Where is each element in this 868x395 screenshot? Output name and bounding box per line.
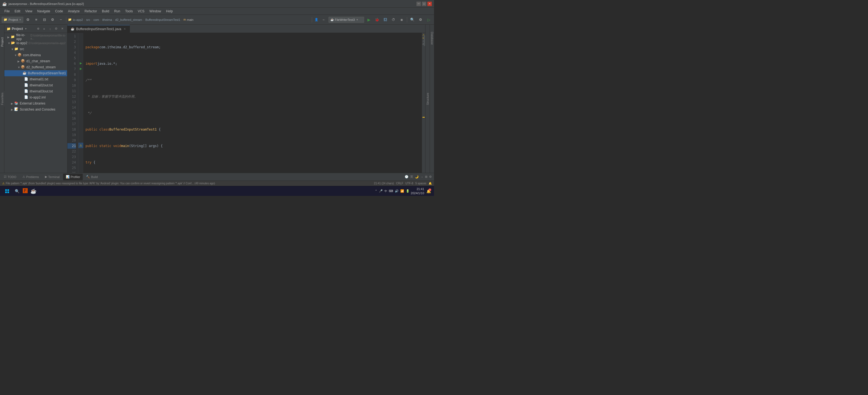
vert-tab-project[interactable]: Project — [0, 36, 4, 48]
favorites-vert-tab[interactable]: Favorites — [0, 91, 4, 107]
tree-scratches[interactable]: ▶ 📝 Scratches and Consoles — [4, 107, 67, 112]
sidebar-collapse-all-btn[interactable]: ≡ — [41, 26, 47, 32]
menu-file[interactable]: File — [2, 9, 12, 14]
menu-vcs[interactable]: VCS — [135, 9, 147, 14]
breadcrumb-d2[interactable]: d2_buffered_stream — [115, 18, 142, 21]
breadcrumb-com[interactable]: com — [93, 18, 99, 21]
bottom-tab-todo[interactable]: ☑ TODO — [1, 174, 19, 180]
editor-scrollbar[interactable]: ⚠ 1 ✓ 2 — [422, 33, 425, 173]
toolbar-minus-btn[interactable]: − — [57, 16, 64, 23]
package-icon: 📦 — [18, 53, 22, 57]
breadcrumb-itheima[interactable]: itheima — [102, 18, 112, 21]
windows-start-btn[interactable] — [2, 186, 12, 196]
scratches-icon: 📝 — [14, 107, 19, 112]
sidebar-title: 📁 Project ▼ — [7, 27, 27, 31]
tab-buffered-input-test1[interactable]: ☕ BufferedInputStreamTest1.java ✕ — [67, 25, 130, 33]
menu-edit[interactable]: Edit — [12, 9, 23, 14]
search-taskbar-btn[interactable]: 🔍 — [14, 188, 20, 195]
toolbar-collapse-btn[interactable]: ⊟ — [41, 16, 48, 23]
tree-com-itheima[interactable]: ▼ 📦 com.itheima — [4, 52, 67, 58]
run-gutter-icon-6[interactable]: ▶ — [79, 60, 83, 66]
menu-tools[interactable]: Tools — [123, 9, 135, 14]
tray-lang[interactable]: 中 — [384, 189, 387, 193]
tree-buffered-input-test1[interactable]: ☕ BufferedInputStreamTest1 — [4, 70, 67, 76]
search-btn[interactable]: 🔍 — [409, 16, 416, 23]
maximize-button[interactable]: □ — [422, 2, 426, 6]
bottom-tab-profiler[interactable]: 📊 Profiler — [63, 174, 83, 180]
taskbar-app-java[interactable]: ☕ — [30, 188, 37, 195]
tree-arrow-com: ▼ — [14, 54, 18, 57]
menu-run[interactable]: Run — [112, 9, 122, 14]
taskbar-left: 🔍 🅿 ☕ — [2, 186, 373, 196]
tray-battery[interactable]: 🔋 — [406, 189, 410, 193]
tray-volume[interactable]: 🔊 — [395, 189, 399, 193]
menu-navigate[interactable]: Navigate — [35, 9, 52, 14]
coverage-btn[interactable]: ⛾ — [382, 16, 389, 23]
bottom-tab-build[interactable]: 🔨 Build — [83, 174, 100, 180]
tree-io-app2-iml[interactable]: 📄 io-app2.iml — [4, 94, 67, 101]
minimize-button[interactable]: ─ — [416, 2, 421, 6]
menu-analyze[interactable]: Analyze — [66, 9, 82, 14]
tree-itheima02[interactable]: 📄 itheima02out.txt — [4, 82, 67, 88]
run-btn[interactable]: ▶ — [365, 16, 372, 23]
taskbar-app-ppt[interactable]: 🅿 — [22, 188, 29, 195]
debug-btn[interactable]: 🐞 — [373, 16, 380, 23]
code-editor[interactable]: package com.itheima.d2_buffered_stream; … — [83, 33, 422, 173]
tree-d2-buffered-stream[interactable]: ▼ 📦 d2_buffered_stream — [4, 64, 67, 70]
tree-itheima01[interactable]: 📄 itheima01.txt — [4, 76, 67, 82]
tray-mic[interactable]: 🎤 — [379, 189, 383, 193]
editor-area: ☕ BufferedInputStreamTest1.java ✕ 1 2 3 … — [67, 25, 425, 173]
stop-btn[interactable]: ■ — [398, 16, 405, 23]
profile-btn[interactable]: 👤 — [314, 16, 319, 23]
sidebar-expand-btn[interactable]: ↕ — [48, 26, 53, 32]
clock-date: 2024/1/10 — [411, 191, 424, 195]
project-tree: ▶ 📁 file-io-app D:\code\javasepromax\fil… — [4, 33, 67, 173]
menu-refactor[interactable]: Refactor — [83, 9, 99, 14]
tree-io-app2[interactable]: ▼ 📂 io-app2 D:\code\javasepromax\io-app2 — [4, 40, 67, 46]
menu-view[interactable]: View — [23, 9, 34, 14]
breadcrumb-class[interactable]: BufferedInputStreamTest1 — [145, 18, 180, 21]
sidebar-gear-btn[interactable]: ⚙ — [54, 26, 59, 32]
menu-build[interactable]: Build — [100, 9, 112, 14]
tray-network[interactable]: 📶 — [400, 189, 404, 193]
menu-window[interactable]: Window — [147, 9, 163, 14]
sidebar-close-btn[interactable]: ✕ — [59, 26, 65, 32]
database-vert-label[interactable]: Database — [430, 30, 434, 46]
system-clock[interactable]: 21:41 2024/1/10 — [411, 187, 424, 195]
todo-icon: ☑ — [4, 175, 7, 178]
windows-logo — [5, 189, 9, 193]
back-btn[interactable]: ← — [320, 16, 328, 23]
breadcrumb-src[interactable]: src — [86, 18, 90, 21]
tree-src[interactable]: ▼ 📁 src — [4, 46, 67, 52]
bottom-tab-terminal[interactable]: ▶ Terminal — [42, 174, 62, 180]
tray-keyboard[interactable]: ⌨ — [389, 189, 393, 193]
toolbar-settings-btn[interactable]: ⚙ — [24, 16, 32, 23]
toolbar: 📁 Project ▼ ⚙ ≡ ⊟ ⚙ − 📁 io-app2 › src › … — [0, 15, 434, 25]
run-gutter-icon-7[interactable]: ▶ — [79, 66, 83, 71]
run-config-dropdown[interactable]: ☕ FileWriterTest3 ▼ — [329, 17, 364, 23]
toolbar-expand-btn[interactable]: ≡ — [33, 16, 40, 23]
close-button[interactable]: ✕ — [427, 2, 432, 6]
profile-run-btn[interactable]: ⏱ — [390, 16, 397, 23]
bottom-tab-problems[interactable]: ⚠ Problems — [20, 174, 42, 180]
sidebar-locate-btn[interactable]: ⊕ — [35, 26, 41, 32]
tree-file-io-app[interactable]: ▶ 📁 file-io-app D:\code\javasepromax\fil… — [4, 34, 67, 40]
tree-external-libraries[interactable]: ▶ 📚 External Libraries — [4, 101, 67, 107]
project-dropdown[interactable]: 📁 Project ▼ — [2, 17, 23, 23]
toolbar-separator2 — [312, 17, 312, 23]
tree-d1-char-stream[interactable]: ▶ 📦 d1_char_stream — [4, 58, 67, 64]
notification-btn[interactable]: 🔔 1 — [425, 188, 432, 195]
structure-vert-label[interactable]: Structure — [426, 93, 429, 105]
breadcrumb-main[interactable]: main — [187, 18, 193, 21]
tree-itheima03[interactable]: 📄 itheima03out.txt — [4, 88, 67, 94]
indent-info: 5 spaces — [415, 182, 426, 185]
menu-code[interactable]: Code — [53, 9, 65, 14]
settings-btn2[interactable]: ⚙ — [417, 16, 424, 23]
folder-open-icon: 📂 — [11, 41, 16, 45]
menu-help[interactable]: Help — [164, 9, 175, 14]
breadcrumb-io-app2[interactable]: io-app2 — [73, 18, 83, 21]
tray-chevron[interactable]: ⌃ — [375, 189, 377, 193]
tab-close-btn[interactable]: ✕ — [123, 27, 126, 31]
help-btn2[interactable]: ▷ — [425, 16, 432, 23]
toolbar-gear-btn[interactable]: ⚙ — [49, 16, 56, 23]
